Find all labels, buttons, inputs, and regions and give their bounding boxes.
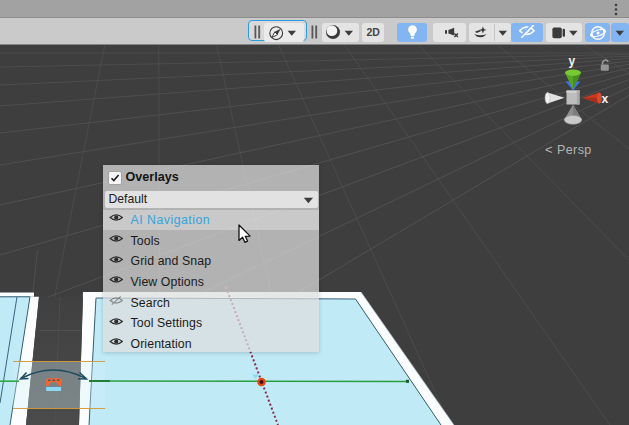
svg-text:<: < [545,142,553,157]
svg-text:Persp: Persp [557,143,592,157]
svg-text:x: x [602,92,609,106]
svg-text:y: y [569,54,576,68]
